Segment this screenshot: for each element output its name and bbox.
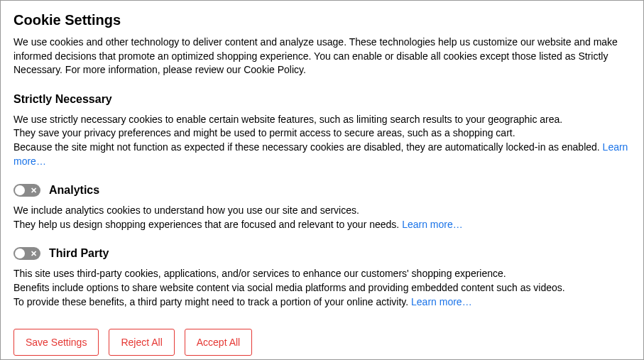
reject-all-button[interactable]: Reject All xyxy=(109,329,174,356)
section-strictly-necessary: Strictly Necessary We use strictly neces… xyxy=(13,93,631,168)
toggle-knob-icon xyxy=(15,185,25,195)
save-settings-button[interactable]: Save Settings xyxy=(13,329,99,356)
section-title-necessary: Strictly Necessary xyxy=(13,93,112,106)
analytics-text: We include analytics cookies to understa… xyxy=(13,204,402,230)
intro-text: We use cookies and other technology to d… xyxy=(13,36,631,77)
section-title-thirdparty: Third Party xyxy=(49,247,109,260)
section-analytics: ✕ Analytics We include analytics cookies… xyxy=(13,184,631,231)
learn-more-thirdparty[interactable]: Learn more… xyxy=(411,296,472,307)
section-body-necessary: We use strictly necessary cookies to ena… xyxy=(13,113,631,168)
toggle-analytics[interactable]: ✕ xyxy=(13,184,40,197)
thirdparty-text: This site uses third-party cookies, appl… xyxy=(13,268,565,307)
toggle-thirdparty[interactable]: ✕ xyxy=(13,247,40,260)
section-title-analytics: Analytics xyxy=(49,184,99,197)
section-body-thirdparty: This site uses third-party cookies, appl… xyxy=(13,267,631,309)
necessary-text: We use strictly necessary cookies to ena… xyxy=(13,114,603,153)
learn-more-analytics[interactable]: Learn more… xyxy=(402,219,463,230)
accept-all-button[interactable]: Accept All xyxy=(185,329,252,356)
section-thirdparty: ✕ Third Party This site uses third-party… xyxy=(13,247,631,309)
x-icon: ✕ xyxy=(31,250,37,258)
toggle-knob-icon xyxy=(15,249,25,258)
dialog-title: Cookie Settings xyxy=(13,12,631,28)
section-body-analytics: We include analytics cookies to understa… xyxy=(13,204,631,231)
x-icon: ✕ xyxy=(31,187,37,195)
button-row: Save Settings Reject All Accept All xyxy=(13,329,631,356)
